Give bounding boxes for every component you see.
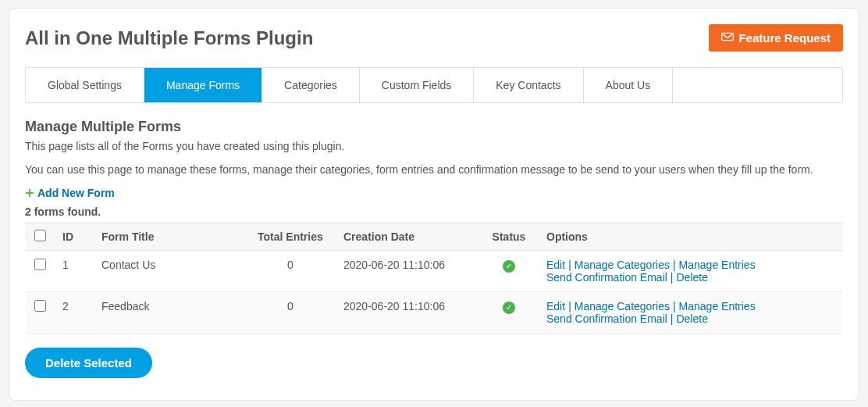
send-confirmation-link[interactable]: Send Confirmation Email: [546, 312, 667, 325]
manage-categories-link[interactable]: Manage Categories: [575, 300, 670, 312]
header-row: All in One Multiple Forms Plugin Feature…: [25, 24, 843, 52]
col-header-options: Options: [540, 223, 843, 251]
row-id: 2: [56, 292, 95, 334]
tab-about-us[interactable]: About Us: [584, 68, 674, 102]
add-new-form[interactable]: Add New Form: [25, 187, 843, 199]
forms-table: ID Form Title Total Entries Creation Dat…: [25, 223, 843, 334]
row-title: Feedback: [95, 292, 251, 334]
tab-key-contacts[interactable]: Key Contacts: [474, 68, 583, 102]
row-id: 1: [56, 251, 95, 292]
delete-selected-button[interactable]: Delete Selected: [25, 348, 152, 378]
plus-icon: [25, 188, 34, 198]
table-row: 1 Contact Us 0 2020-06-20 11:10:06 ✓ Edi…: [25, 251, 843, 292]
select-all-checkbox[interactable]: [34, 230, 46, 241]
manage-entries-link[interactable]: Manage Entries: [679, 300, 756, 312]
section-title: Manage Multiple Forms: [25, 119, 843, 135]
row-options: Edit|Manage Categories|Manage Entries Se…: [540, 292, 843, 334]
svg-rect-0: [722, 33, 734, 40]
row-options: Edit|Manage Categories|Manage Entries Se…: [540, 251, 843, 292]
section-desc-1: This page lists all of the Forms you hav…: [25, 140, 843, 152]
manage-categories-link[interactable]: Manage Categories: [575, 259, 670, 271]
mail-icon: [721, 31, 734, 45]
delete-link[interactable]: Delete: [677, 312, 708, 325]
row-status: ✓: [478, 251, 540, 292]
col-header-check: [25, 223, 56, 251]
separator: |: [667, 312, 677, 325]
separator: |: [667, 271, 677, 284]
col-header-id: ID: [56, 223, 95, 251]
tab-categories[interactable]: Categories: [262, 68, 360, 102]
check-circle-icon: ✓: [503, 260, 515, 273]
col-header-total-entries: Total Entries: [251, 223, 337, 251]
row-status: ✓: [478, 292, 540, 334]
admin-card: All in One Multiple Forms Plugin Feature…: [9, 8, 859, 401]
tab-spacer: [673, 68, 842, 102]
table-row: 2 Feedback 0 2020-06-20 11:10:06 ✓ Edit|…: [25, 292, 843, 334]
page-title: All in One Multiple Forms Plugin: [25, 27, 313, 49]
separator: |: [670, 300, 679, 312]
col-header-form-title: Form Title: [95, 223, 251, 251]
add-new-form-link[interactable]: Add New Form: [37, 187, 115, 199]
tab-custom-fields[interactable]: Custom Fields: [360, 68, 474, 102]
tab-global-settings[interactable]: Global Settings: [26, 68, 144, 102]
separator: |: [670, 259, 679, 271]
row-date: 2020-06-20 11:10:06: [337, 292, 478, 334]
feature-request-label: Feature Request: [738, 31, 831, 45]
separator: |: [565, 259, 575, 271]
row-date: 2020-06-20 11:10:06: [337, 251, 478, 292]
tabs: Global Settings Manage Forms Categories …: [25, 67, 843, 103]
manage-entries-link[interactable]: Manage Entries: [679, 259, 756, 271]
table-header-row: ID Form Title Total Entries Creation Dat…: [25, 223, 843, 251]
feature-request-button[interactable]: Feature Request: [709, 24, 843, 52]
section-desc-2: You can use this page to manage these fo…: [25, 163, 843, 176]
delete-link[interactable]: Delete: [677, 271, 708, 284]
forms-count: 2 forms found.: [25, 205, 843, 218]
send-confirmation-link[interactable]: Send Confirmation Email: [546, 271, 667, 284]
row-checkbox[interactable]: [34, 259, 46, 270]
edit-link[interactable]: Edit: [546, 259, 565, 271]
check-circle-icon: ✓: [503, 302, 515, 314]
col-header-status: Status: [478, 223, 540, 251]
row-entries: 0: [251, 251, 337, 292]
col-header-creation-date: Creation Date: [337, 223, 478, 251]
separator: |: [565, 300, 575, 312]
row-title: Contact Us: [95, 251, 251, 292]
row-entries: 0: [251, 292, 337, 334]
row-checkbox[interactable]: [34, 300, 46, 312]
tab-manage-forms[interactable]: Manage Forms: [144, 68, 262, 102]
edit-link[interactable]: Edit: [546, 300, 565, 312]
svg-rect-2: [26, 192, 34, 194]
